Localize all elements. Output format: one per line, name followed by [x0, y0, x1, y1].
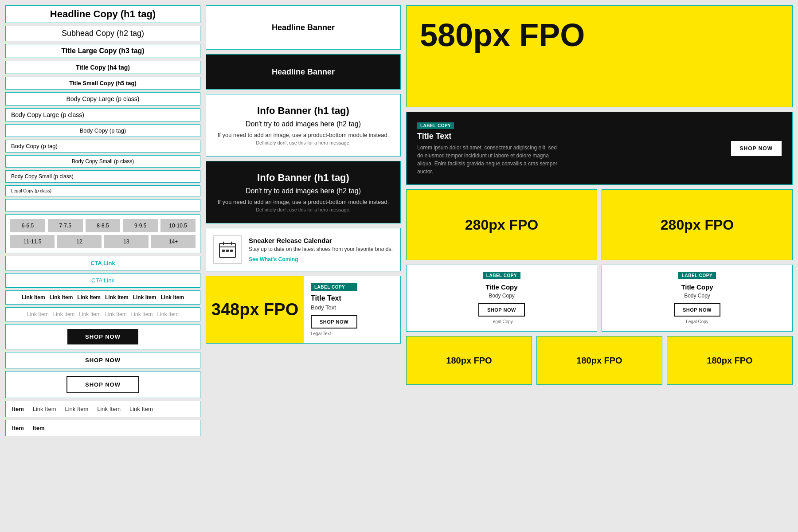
- shop-now-outline-box: SHOP NOW: [5, 371, 200, 398]
- link-item-light-4[interactable]: Link Item: [105, 311, 127, 317]
- link-item-bold-4[interactable]: Link Item: [105, 294, 129, 301]
- headline-box: Headline Copy (h1 tag): [5, 5, 200, 23]
- headline-banner-white-text: Headline Banner: [272, 23, 335, 32]
- card-yellow-1: 280px FPO: [406, 189, 597, 260]
- shop-now-filled-button[interactable]: SHOP NOW: [67, 329, 138, 344]
- info-card-1-shop-button[interactable]: SHOP NOW: [478, 303, 525, 317]
- size-button-7[interactable]: 12: [57, 235, 102, 248]
- mini-card-3-text: 180px FPO: [707, 356, 752, 366]
- info-card-2-shop-button[interactable]: SHOP NOW: [674, 303, 720, 317]
- subhead-box: Subhead Copy (h2 tag): [5, 26, 200, 41]
- column-3: 580px FPO LABEL COPY Title Text Lorem ip…: [406, 5, 793, 527]
- promo-shop-button[interactable]: SHOP NOW: [311, 315, 357, 329]
- link-item-bold-2[interactable]: Link Item: [50, 294, 73, 301]
- body-large-center-box: Body Copy Large (p class): [5, 92, 200, 106]
- headline-text: Headline Copy (h1 tag): [50, 8, 156, 20]
- link-item-light-2[interactable]: Link Item: [53, 311, 75, 317]
- cta-link-1[interactable]: CTA Link: [90, 260, 115, 266]
- link-row-light: Link Item Link Item Link Item Link Item …: [5, 307, 200, 321]
- link-item-light-6[interactable]: Link Item: [157, 311, 179, 317]
- shop-now-text-box: SHOP NOW: [5, 352, 200, 368]
- body-small-center-text: Body Copy Small (p class): [72, 158, 134, 164]
- mini-card-1-text: 180px FPO: [446, 356, 492, 366]
- card-yellow-1-text: 280px FPO: [465, 217, 538, 233]
- body-small-left-text: Body Copy Small (p class): [11, 173, 74, 180]
- column-2: Headline Banner Headline Banner Info Ban…: [206, 5, 401, 527]
- info-banner-dark: Info Banner (h1 tag) Don't try to add im…: [206, 161, 401, 223]
- info-banner-white-h2: Don't try to add images here (h2 tag): [217, 120, 390, 128]
- size-button-9[interactable]: 14+: [151, 235, 196, 248]
- three-col-mini: 180px FPO 180px FPO 180px FPO: [406, 336, 793, 385]
- cta-link-2[interactable]: CTA Link: [91, 277, 114, 284]
- shop-now-filled-box: SHOP NOW: [5, 324, 200, 349]
- size-button-2[interactable]: 7-7.5: [48, 219, 83, 232]
- svg-rect-6: [230, 250, 233, 252]
- promo-content: LABEL COPY Title Text Body Text SHOP NOW…: [304, 276, 364, 343]
- release-card: Sneaker Release Calendar Stay up to date…: [206, 228, 401, 271]
- body-copy-center-box: Body Copy (p tag): [5, 124, 200, 137]
- nav-item-2: Item: [12, 425, 24, 431]
- promo-body: Body Text: [311, 304, 357, 311]
- release-body: Stay up to date on the latest shoes from…: [249, 246, 393, 252]
- title-large-box: Title Large Copy (h3 tag): [5, 44, 200, 58]
- link-item-bold-3[interactable]: Link Item: [77, 294, 101, 301]
- cta-link-box-2: CTA Link: [5, 273, 200, 288]
- info-card-2-label: LABEL COPY: [678, 272, 716, 279]
- link-item-bold-6[interactable]: Link Item: [160, 294, 184, 301]
- column-1: Headline Copy (h1 tag) Subhead Copy (h2 …: [5, 5, 200, 527]
- hero-fpo-text: 580px FPO: [420, 19, 779, 51]
- size-button-6[interactable]: 11-11.5: [10, 235, 55, 248]
- size-button-1[interactable]: 6-6.5: [10, 219, 45, 232]
- nav-link-1[interactable]: Link Item: [33, 406, 56, 412]
- dark-strip-label: LABEL COPY: [417, 122, 454, 129]
- title-box: Title Copy (h4 tag): [5, 61, 200, 74]
- info-banner-white-body: If you need to add an image, use a produ…: [217, 132, 390, 138]
- info-card-1-title: Title Copy: [485, 283, 517, 291]
- info-banner-white-legal: Definitely don't use this for a hero mes…: [217, 140, 390, 145]
- nav-item-3: Item: [33, 425, 45, 431]
- release-text: Sneaker Release Calendar Stay up to date…: [249, 237, 393, 263]
- link-item-light-1[interactable]: Link Item: [27, 311, 49, 317]
- nav-item-1: Item: [12, 406, 24, 412]
- svg-rect-5: [226, 250, 229, 252]
- mini-card-2: 180px FPO: [536, 336, 662, 385]
- mini-card-1: 180px FPO: [406, 336, 532, 385]
- body-copy-left-text: Body Copy (p tag): [11, 143, 58, 149]
- size-grid-row1: 6-6.5 7-7.5 8-8.5 9-9.5 10-10.5: [10, 219, 196, 232]
- body-small-center-box: Body Copy Small (p class): [5, 155, 200, 168]
- link-item-bold-1[interactable]: Link Item: [22, 294, 45, 301]
- link-item-light-5[interactable]: Link Item: [131, 311, 153, 317]
- release-title: Sneaker Release Calendar: [249, 237, 393, 244]
- nav-row: Item Link Item Link Item Link Item Link …: [5, 401, 200, 417]
- promo-fpo-image: 348px FPO: [206, 276, 304, 343]
- info-banner-dark-h1: Info Banner (h1 tag): [217, 172, 390, 184]
- nav-row-2: Item Item: [5, 420, 200, 436]
- info-card-1-label: LABEL COPY: [483, 272, 520, 279]
- size-grid-container: 6-6.5 7-7.5 8-8.5 9-9.5 10-10.5 11-11.5 …: [5, 214, 200, 253]
- legal-copy-box: Legal Copy (p class): [5, 185, 200, 196]
- promo-title: Title Text: [311, 294, 357, 302]
- nav-link-2[interactable]: Link Item: [65, 406, 88, 412]
- legal-copy-text: Legal Copy (p class): [11, 188, 51, 193]
- info-banner-white-h1: Info Banner (h1 tag): [217, 105, 390, 117]
- subhead-text: Subhead Copy (h2 tag): [62, 29, 144, 38]
- info-banner-dark-body: If you need to add an image, use a produ…: [217, 199, 390, 205]
- size-button-5[interactable]: 10-10.5: [160, 219, 196, 232]
- nav-link-4[interactable]: Link Item: [129, 406, 153, 412]
- card-yellow-2: 280px FPO: [602, 189, 793, 260]
- size-button-4[interactable]: 9-9.5: [123, 219, 158, 232]
- promo-label: LABEL COPY: [311, 283, 357, 291]
- title-small-text: Title Small Copy (h5 tag): [69, 80, 136, 86]
- shop-now-text: SHOP NOW: [85, 357, 121, 364]
- shop-now-outline-button[interactable]: SHOP NOW: [66, 376, 139, 393]
- size-grid-row2: 11-11.5 12 13 14+: [10, 235, 196, 248]
- nav-link-3[interactable]: Link Item: [97, 406, 121, 412]
- info-card-1-legal: Legal Copy: [490, 319, 513, 324]
- release-cta[interactable]: See What's Coming: [249, 256, 298, 262]
- size-button-3[interactable]: 8-8.5: [86, 219, 121, 232]
- link-item-bold-5[interactable]: Link Item: [133, 294, 156, 301]
- svg-rect-4: [222, 250, 225, 252]
- link-item-light-3[interactable]: Link Item: [79, 311, 101, 317]
- dark-strip-shop-button[interactable]: SHOP NOW: [731, 141, 782, 156]
- size-button-8[interactable]: 13: [104, 235, 149, 248]
